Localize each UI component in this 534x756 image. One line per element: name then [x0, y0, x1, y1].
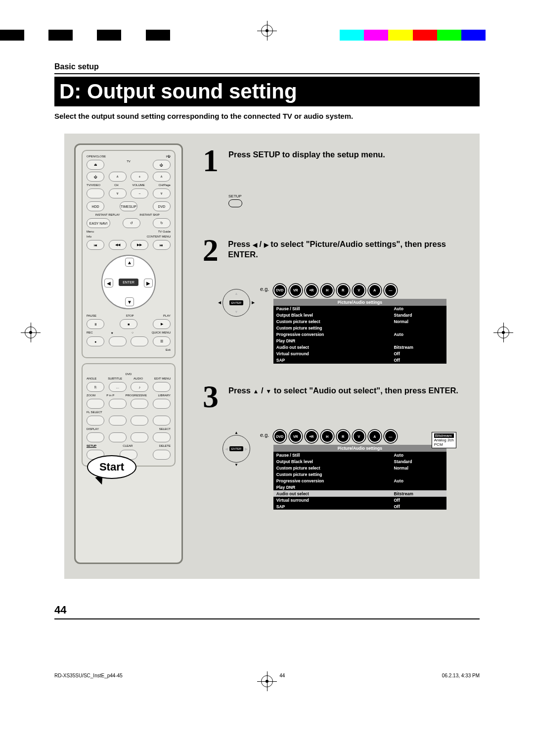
remote-label: CH — [114, 184, 119, 187]
divider — [54, 618, 480, 619]
enter-dpad-illustration: ▲ ▼ ◀ ▶ ENTER — [222, 435, 250, 463]
settings-row: Virtual surroundOff — [273, 351, 446, 357]
page-title: D: Output sound setting — [54, 77, 480, 106]
right-arrow-icon: ▶ — [245, 447, 248, 451]
plus-icon: ∧ — [109, 172, 127, 182]
pause-icon: ⏸ — [87, 319, 104, 329]
power-icon: ⏻ — [87, 172, 104, 182]
left-arrow-icon: ◀ — [253, 241, 257, 248]
settings-row: Progressive conversionAuto — [273, 477, 446, 484]
settings-row: Output Black levelStandard — [273, 458, 446, 465]
power-icon: ⏻ — [153, 160, 171, 170]
disc-type-icon: H — [321, 430, 334, 443]
down-arrow-icon: ▼ — [266, 388, 271, 395]
remote-label: LIBRARY — [158, 394, 171, 397]
popup-option: Analog 2ch — [434, 438, 454, 442]
step-text: Press ▲ / ▼ to select "Audio out select"… — [228, 383, 458, 410]
disc-type-icon: A — [368, 284, 381, 297]
up-arrow-icon: ▲ — [234, 430, 238, 435]
up-arrow-icon: ▲ — [253, 388, 259, 395]
settings-panel-example: DVDVR+RHRVA— Picture/Audio settings Paus… — [273, 430, 446, 510]
footer-mid: 44 — [279, 673, 285, 678]
setup-button-illustration: SETUP — [228, 194, 475, 207]
easy-navi-button: EASY NAVI — [87, 218, 110, 228]
settings-row: Pause / StillAuto — [273, 452, 446, 458]
start-callout: Start — [87, 455, 136, 479]
remote-label: Info — [87, 235, 91, 238]
settings-row: Audio out selectBitstream — [273, 490, 446, 497]
remote-label: AUDIO — [134, 377, 143, 380]
footer: RD-XS35SU/SC_InstE_p44-45 44 06.2.13, 4:… — [54, 673, 480, 678]
disc-type-icon: V — [353, 284, 365, 297]
disc-type-icon: R — [337, 430, 350, 443]
settings-row: Custom picture selectNormal — [273, 319, 446, 325]
settings-row: Custom picture setting — [273, 325, 446, 331]
remote-label: REC — [87, 331, 93, 334]
remote-label: VOLUME — [132, 184, 144, 187]
settings-row: SAPOff — [273, 357, 446, 364]
up-arrow-icon: ▲ — [234, 291, 238, 296]
remote-label: INSTANT SKIP — [129, 213, 171, 216]
right-arrow-icon: ▶ — [264, 241, 268, 248]
play-icon: ▶ — [153, 319, 171, 329]
remote-label: CH/Page — [159, 184, 171, 187]
remote-label: PLAY — [163, 314, 171, 317]
settings-row: Play DNR — [273, 484, 446, 490]
settings-header: Picture/Audio settings — [273, 299, 446, 306]
timeslip-button: TIMESLIP — [120, 201, 137, 211]
remote-label: DELETE — [159, 444, 171, 448]
step-3: 3 Press ▲ / ▼ to select "Audio out selec… — [198, 383, 475, 410]
remote-label: DVD — [126, 373, 132, 376]
replay-icon: ↺ — [123, 218, 140, 228]
remote-label: TV/VIDEO — [87, 184, 100, 187]
remote-label: TV — [127, 160, 131, 170]
enter-dpad-illustration: ▲ ▼ ◀ ▶ ENTER — [222, 289, 250, 317]
settings-header: Picture/Audio settings — [273, 445, 446, 452]
disc-type-icon: +R — [305, 284, 318, 297]
audio-button: ♪ — [131, 382, 148, 392]
dpad: ▲ ▼ ◀ ▶ ENTER — [101, 255, 156, 309]
enter-label: ENTER — [229, 300, 243, 305]
step-text: Press ◀ / ▶ to select "Picture/Audio set… — [228, 237, 475, 264]
skip-icon: ↻ — [153, 218, 171, 228]
right-arrow-icon: ▶ — [144, 279, 153, 287]
rewind-icon: ◀◀ — [109, 240, 127, 250]
settings-row: SAPOff — [273, 503, 446, 510]
subtitle-button: … — [109, 382, 127, 392]
registration-mark-icon — [261, 25, 273, 37]
disc-type-icon: VR — [289, 284, 302, 297]
remote-label: SELECT — [159, 427, 171, 430]
minus-icon: − — [131, 189, 148, 198]
disc-type-icon: DVD — [273, 284, 286, 297]
prev-track-icon: ⏮ — [87, 240, 104, 250]
settings-row: Play DNR — [273, 338, 446, 344]
settings-row: Progressive conversionAuto — [273, 331, 446, 338]
forward-icon: ▶▶ — [131, 240, 148, 250]
step-text: Press SETUP to display the setup menu. — [228, 147, 385, 174]
next-track-icon: ⏭ — [153, 240, 171, 250]
remote-label: Exit — [166, 348, 171, 351]
step-number: 1 — [198, 147, 223, 174]
remote-label: PROGRESSIVE — [125, 394, 147, 397]
settings-row: Custom picture setting — [273, 471, 446, 477]
remote-label: ZOOM — [87, 394, 95, 397]
step-number: 3 — [198, 383, 223, 410]
dvd-button: DVD — [153, 201, 171, 211]
remote-label: DISPLAY — [87, 427, 99, 430]
quickmenu-icon: ☰ — [153, 336, 171, 346]
settings-row: Audio out selectBitstream — [273, 344, 446, 351]
rec-icon: ● — [87, 336, 104, 346]
disc-type-icon: H — [321, 284, 334, 297]
remote-label: SUBTITLE — [108, 377, 122, 380]
remote-label: CONTENT MENU — [147, 235, 171, 238]
registration-mark-icon — [497, 327, 509, 338]
disc-type-icon: V — [353, 430, 365, 443]
left-arrow-icon: ◀ — [225, 447, 228, 451]
settings-row: Virtual surroundOff — [273, 497, 446, 503]
remote-label: QUICK MENU — [152, 331, 171, 334]
registration-mark-icon — [25, 327, 37, 338]
disc-type-icon: — — [384, 430, 397, 443]
disc-type-icon: A — [368, 430, 381, 443]
setup-label-highlight: SETUP — [87, 444, 96, 448]
remote-label: PAUSE — [87, 314, 96, 317]
